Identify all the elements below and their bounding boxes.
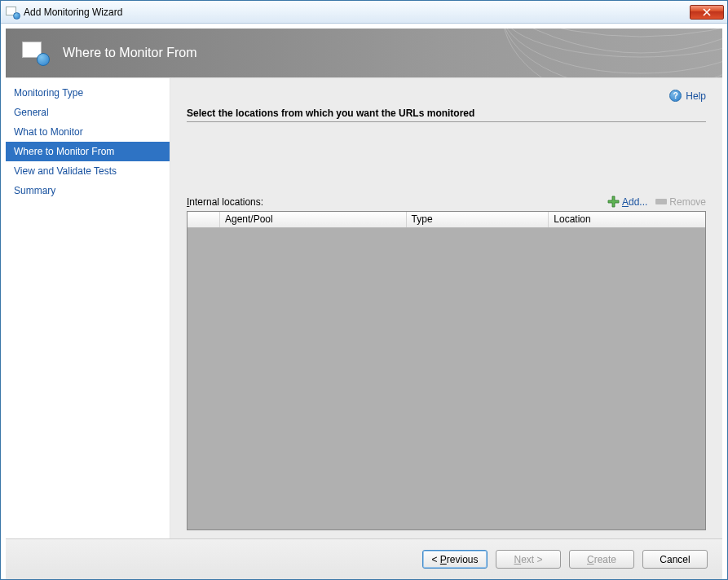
- sidebar-item-where-to-monitor-from[interactable]: Where to Monitor From: [6, 142, 170, 161]
- column-selector[interactable]: [188, 212, 220, 227]
- create-button: Create: [569, 550, 634, 569]
- column-location[interactable]: Location: [549, 212, 705, 227]
- table-actions: Add... Remove: [607, 196, 706, 208]
- sidebar-item-view-validate-tests[interactable]: View and Validate Tests: [6, 161, 170, 181]
- sidebar-item-what-to-monitor[interactable]: What to Monitor: [6, 122, 170, 142]
- close-button[interactable]: [690, 5, 724, 20]
- app-icon: [6, 7, 19, 18]
- titlebar-left: Add Monitoring Wizard: [6, 7, 122, 18]
- locations-table[interactable]: Agent/Pool Type Location: [187, 211, 706, 530]
- table-body: [188, 228, 705, 529]
- section-title: Select the locations from which you want…: [187, 108, 706, 122]
- sidebar-item-summary[interactable]: Summary: [6, 181, 170, 200]
- minus-icon: [655, 199, 667, 204]
- banner-icon: [22, 42, 48, 64]
- globe-icon: [37, 53, 50, 66]
- svg-point-0: [502, 29, 722, 57]
- table-header-row: Internal locations: Add... Remove: [187, 196, 706, 208]
- plus-icon: [607, 196, 620, 208]
- window-title: Add Monitoring Wizard: [24, 7, 122, 18]
- cancel-button[interactable]: Cancel: [642, 550, 708, 569]
- help-label: Help: [686, 90, 706, 102]
- table-head: Agent/Pool Type Location: [188, 212, 705, 228]
- column-type[interactable]: Type: [407, 212, 549, 227]
- decorative-swirl: [494, 29, 722, 77]
- svg-point-3: [502, 29, 722, 77]
- column-agent-pool[interactable]: Agent/Pool: [220, 212, 407, 227]
- wizard-banner: Where to Monitor From: [6, 29, 722, 77]
- add-button[interactable]: Add...: [607, 196, 647, 208]
- sidebar-item-general[interactable]: General: [6, 103, 170, 122]
- next-button: Next >: [496, 550, 561, 569]
- titlebar: Add Monitoring Wizard: [1, 1, 727, 24]
- close-icon: [703, 8, 711, 16]
- previous-button[interactable]: < Previous: [422, 550, 488, 569]
- content: Monitoring Type General What to Monitor …: [6, 77, 722, 538]
- internal-locations-label: Internal locations:: [187, 196, 263, 208]
- svg-point-1: [502, 29, 722, 73]
- help-icon: ?: [669, 90, 682, 102]
- wizard-main: ? Help Select the locations from which y…: [170, 78, 722, 538]
- banner-title: Where to Monitor From: [63, 46, 196, 60]
- remove-button: Remove: [655, 196, 706, 208]
- wizard-footer: < Previous Next > Create Cancel: [6, 538, 722, 579]
- sidebar-item-monitoring-type[interactable]: Monitoring Type: [6, 83, 170, 103]
- svg-point-2: [502, 29, 722, 77]
- wizard-sidebar: Monitoring Type General What to Monitor …: [6, 78, 170, 538]
- help-link[interactable]: ? Help: [669, 90, 706, 102]
